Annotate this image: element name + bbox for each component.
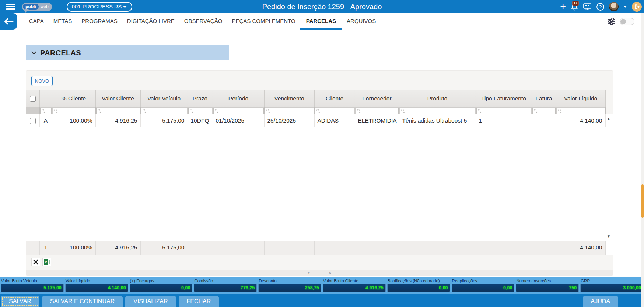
collapse-up-icon[interactable]: ∧	[329, 271, 331, 275]
select-all-checkbox[interactable]	[30, 96, 36, 102]
back-button[interactable]	[0, 13, 17, 30]
col-fornecedor[interactable]: Fornecedor	[355, 90, 399, 107]
tab-capa[interactable]: CAPA	[24, 13, 49, 30]
filter-tipo-faturamento[interactable]	[476, 107, 532, 114]
search-icon	[401, 109, 404, 111]
help-icon[interactable]: ?	[596, 3, 604, 11]
salvar-button[interactable]: SALVAR	[1, 296, 39, 307]
chevron-down-icon	[123, 6, 127, 8]
tab-programas[interactable]: PROGRAMAS	[77, 13, 122, 30]
tab-observacao[interactable]: OBSERVAÇÃO	[179, 13, 227, 30]
expand-table-button[interactable]	[31, 258, 40, 266]
total-label: (+) Encargos	[129, 278, 193, 284]
salvar-e-continuar-button[interactable]: SALVAR E CONTINUAR	[42, 296, 123, 307]
tab-parcelas[interactable]: PARCELAS	[300, 13, 342, 30]
header-strip	[605, 90, 613, 107]
ajuda-button[interactable]: AJUDA	[583, 296, 618, 307]
page-scrollbar[interactable]	[641, 13, 644, 307]
scrollbar-thumb[interactable]	[641, 184, 644, 218]
col-pct-cliente[interactable]: % Cliente	[52, 90, 95, 107]
search-icon	[42, 109, 44, 111]
cell-tipo-faturamento: 1	[476, 114, 532, 127]
filter-vencimento[interactable]	[264, 107, 314, 114]
col-valor-veiculo[interactable]: Valor Veículo	[140, 90, 188, 107]
notifications-button[interactable]: 9+	[571, 3, 578, 11]
filter-sliders-icon[interactable]	[607, 18, 615, 25]
add-icon[interactable]: +	[560, 2, 566, 12]
sum-fornecedor	[355, 241, 399, 255]
col-valor-liquido[interactable]: Valor Líquido	[556, 90, 605, 107]
total-label: Desconto	[258, 278, 322, 284]
filter-blank	[26, 107, 39, 114]
col-fatura[interactable]: Fatura	[532, 90, 556, 107]
scroll-down-icon[interactable]: ▼	[607, 235, 610, 238]
sum-valor-liquido: 4.140,00	[556, 241, 605, 255]
logo-secondary: web	[39, 4, 49, 9]
tab-pecas-complemento[interactable]: PEÇAS COMPLEMENTO	[227, 13, 300, 30]
cell-fornecedor: ELETROMIDIA	[355, 114, 399, 127]
filter-valor-cliente[interactable]	[95, 107, 140, 114]
back-arrow-icon	[3, 18, 14, 25]
filter-periodo[interactable]	[213, 107, 264, 114]
row-checkbox[interactable]	[30, 118, 36, 124]
totals-bar: Valor Bruto Veículo 5.175,00 Valor Líqui…	[0, 277, 644, 294]
panel-collapse-strip: ∨ ∧	[26, 270, 613, 275]
resize-grip-icon[interactable]	[314, 272, 325, 274]
search-icon	[478, 109, 480, 111]
col-periodo[interactable]: Período	[213, 90, 264, 107]
total-label: Bonificações (Não cobrado)	[386, 278, 451, 284]
visualizar-button[interactable]: VISUALIZAR	[125, 296, 176, 307]
filter-cliente[interactable]	[314, 107, 355, 114]
novo-button[interactable]: NOVO	[31, 76, 53, 86]
user-menu-chevron-icon[interactable]	[623, 6, 627, 8]
filter-marker[interactable]	[39, 107, 52, 114]
svg-text:X: X	[45, 261, 47, 264]
summary-row: 1 100.00% 4.916,25 5.175,00 4.140,00	[26, 241, 613, 255]
tab-digitacao-livre[interactable]: DIGITAÇÃO LIVRE	[122, 13, 179, 30]
col-cliente[interactable]: Cliente	[314, 90, 355, 107]
filter-valor-liquido[interactable]	[556, 107, 605, 114]
table-row[interactable]: A 100.00% 4.916,25 5.175,00 10DFQ 01/10/…	[26, 114, 613, 127]
tabs: CAPA METAS PROGRAMAS DIGITAÇÃO LIVRE OBS…	[24, 13, 381, 30]
total-label: Valor Bruto Veículo	[0, 278, 64, 284]
org-selector-dropdown[interactable]: 001-PROGRESS RS	[67, 2, 132, 12]
col-vencimento[interactable]: Vencimento	[264, 90, 314, 107]
user-avatar[interactable]	[609, 2, 619, 11]
search-icon	[266, 109, 269, 111]
sum-periodo	[213, 241, 264, 255]
logout-button[interactable]	[632, 2, 642, 12]
sum-count: 1	[39, 241, 52, 255]
cell-periodo: 01/10/2025	[213, 114, 264, 127]
sum-strip	[605, 241, 613, 255]
total-value: 4.916,25	[323, 284, 386, 292]
sum-fatura	[532, 241, 556, 255]
filter-produto[interactable]	[399, 107, 476, 114]
section-title: PARCELAS	[40, 49, 81, 57]
screen-share-icon[interactable]	[583, 3, 592, 10]
filter-pct-cliente[interactable]	[52, 107, 95, 114]
parcelas-section-header[interactable]: PARCELAS	[26, 45, 229, 60]
scroll-up-icon[interactable]: ▲	[607, 117, 610, 121]
total-value: 5.175,00	[1, 284, 64, 292]
tab-arquivos[interactable]: ARQUIVOS	[342, 13, 381, 30]
tab-metas[interactable]: METAS	[49, 13, 77, 30]
publiweb-logo: publi web	[22, 3, 52, 11]
filter-valor-veiculo[interactable]	[140, 107, 188, 114]
col-prazo[interactable]: Prazo	[188, 90, 213, 107]
filter-strip	[605, 107, 613, 114]
filter-fatura[interactable]	[532, 107, 556, 114]
search-icon	[558, 109, 561, 111]
fechar-button[interactable]: FECHAR	[179, 296, 219, 307]
collapse-down-icon[interactable]: ∨	[308, 271, 310, 275]
total-desconto: Desconto 258,75	[258, 278, 322, 294]
sum-pct-cliente: 100.00%	[52, 241, 95, 255]
col-produto[interactable]: Produto	[399, 90, 476, 107]
total-value: 258,75	[258, 284, 321, 292]
col-tipo-faturamento[interactable]: Tipo Faturamento	[476, 90, 532, 107]
hamburger-menu-icon[interactable]	[6, 4, 15, 10]
view-toggle[interactable]	[620, 18, 634, 25]
filter-prazo[interactable]	[188, 107, 213, 114]
export-excel-button[interactable]: X	[42, 258, 51, 266]
filter-fornecedor[interactable]	[355, 107, 399, 114]
col-valor-cliente[interactable]: Valor Cliente	[95, 90, 140, 107]
